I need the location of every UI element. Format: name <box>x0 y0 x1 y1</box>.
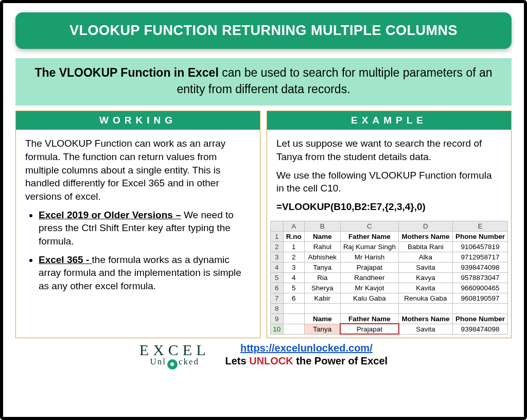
cell: Ria <box>304 272 340 283</box>
row-num: 7 <box>271 293 284 303</box>
cell: Name <box>304 231 340 241</box>
cell: 9660900465 <box>452 283 507 293</box>
intro-bold: The VLOOKUP Function in Excel <box>34 66 218 79</box>
cell: 9578873047 <box>452 272 507 283</box>
cell <box>283 324 304 334</box>
bullet-label: Excel 365 - <box>39 254 92 265</box>
table-row: 32AbhishekMr HarishAlka9712958717 <box>271 252 508 262</box>
cell <box>399 303 453 313</box>
row-num: 2 <box>271 241 284 252</box>
col-head: E <box>452 221 507 231</box>
cell <box>304 303 340 313</box>
footer-link[interactable]: https://excelunlocked.com/ <box>240 342 373 354</box>
col-head: D <box>399 221 453 231</box>
working-list: Excel 2019 or Older Versions – We need t… <box>25 208 251 293</box>
page-title: VLOOKUP FUNCTION RETURNING MULTIPLE COLU… <box>15 12 512 49</box>
cell <box>283 303 304 313</box>
cell <box>283 313 304 324</box>
cell: Kavita <box>399 283 453 293</box>
logo-bottom-pre: Unl <box>150 357 166 366</box>
cell: R.no <box>283 231 304 241</box>
working-para: The VLOOKUP Function can work as an arra… <box>25 137 251 203</box>
example-para1: Let us suppose we want to search the rec… <box>276 137 502 163</box>
table-row: 54RiaRandheerKavya9578873047 <box>271 272 508 283</box>
cell: 9712958717 <box>452 252 507 262</box>
working-body: The VLOOKUP Function can work as an arra… <box>16 130 260 303</box>
selected-cell: Prajapat <box>340 324 398 334</box>
lock-icon <box>167 359 178 370</box>
cell: 4 <box>283 272 304 283</box>
logo-bottom-post: cked <box>179 357 199 366</box>
cell <box>452 303 507 313</box>
working-panel: WORKING The VLOOKUP Function can work as… <box>15 111 260 338</box>
cell: Savita <box>399 262 453 272</box>
col-head: A <box>283 221 304 231</box>
logo-top: EXCEL <box>139 341 210 359</box>
cell: Name <box>304 313 340 324</box>
cell: Alka <box>399 252 453 262</box>
bullet-label: Excel 2019 or Older Versions – <box>39 209 181 220</box>
footer-text: https://excelunlocked.com/ Lets UNLOCK t… <box>225 342 388 367</box>
col-header-row: A B C D E <box>271 221 508 231</box>
example-heading: EXAMPLE <box>267 111 511 130</box>
cell: Babita Rani <box>399 241 453 252</box>
table-row: 21RahulRaj Kumar SinghBabita Rani9106457… <box>271 241 508 252</box>
table-row: 65SheryaMr KavjotKavita9660900465 <box>271 283 508 293</box>
col-head: B <box>304 221 340 231</box>
tagline-pre: Lets <box>225 355 250 366</box>
cell: 2 <box>283 252 304 262</box>
cell: Rahul <box>304 241 340 252</box>
example-formula: =VLOOKUP(B10,B2:E7,{2,3,4},0) <box>276 200 502 214</box>
list-item: Excel 365 - the formula works as a dynam… <box>39 253 251 293</box>
row-num: 6 <box>271 283 284 293</box>
cell: Father Name <box>340 231 398 241</box>
cell: 6 <box>283 293 304 303</box>
cell: 9608190597 <box>452 293 507 303</box>
working-heading: WORKING <box>16 111 260 130</box>
cell: Phone Number <box>452 313 507 324</box>
cell: Abhishek <box>304 252 340 262</box>
cell: Sherya <box>304 283 340 293</box>
cell: Mothers Name <box>399 313 453 324</box>
list-item: Excel 2019 or Older Versions – We need t… <box>39 208 251 248</box>
cell: Phone Number <box>452 231 507 241</box>
table-row: 1 R.no Name Father Name Mothers Name Pho… <box>271 231 508 241</box>
row-num: 4 <box>271 262 284 272</box>
row-num: 10 <box>271 324 284 334</box>
cell: Mr Kavjot <box>340 283 398 293</box>
spreadsheet: A B C D E 1 R.no Name Father Name Mother… <box>267 221 511 338</box>
table-row: 43TanyaPrajapatSavita9398474098 <box>271 262 508 272</box>
cell: Tanya <box>304 262 340 272</box>
cell: 9398474098 <box>452 262 507 272</box>
cell: Prajapat <box>340 262 398 272</box>
tagline-unlock: UNLOCK <box>249 355 293 366</box>
col-head: C <box>340 221 398 231</box>
table-row: 76KabirKalu GabaRenuka Gaba9608190597 <box>271 293 508 303</box>
cell: 9398474098 <box>452 324 507 334</box>
example-para2: We use the following VLOOKUP Function fo… <box>276 169 502 195</box>
cell: Kabir <box>304 293 340 303</box>
intro-rest: can be used to search for multiple param… <box>177 66 492 96</box>
example-panel: EXAMPLE Let us suppose we want to search… <box>267 111 512 338</box>
cell: Kavya <box>399 272 453 283</box>
corner-cell <box>271 221 284 231</box>
cell: 1 <box>283 241 304 252</box>
intro-box: The VLOOKUP Function in Excel can be use… <box>15 58 512 106</box>
cell: Kalu Gaba <box>340 293 398 303</box>
tagline-post: the Power of Excel <box>293 355 388 366</box>
row-num: 1 <box>271 231 284 241</box>
columns: WORKING The VLOOKUP Function can work as… <box>15 111 512 338</box>
cell: 5 <box>283 283 304 293</box>
cell: 9106457819 <box>452 241 507 252</box>
row-num: 5 <box>271 272 284 283</box>
row-num: 3 <box>271 252 284 262</box>
row-num: 8 <box>271 303 284 313</box>
lookup-name-cell: Tanya <box>304 324 340 334</box>
cell: Father Name <box>340 313 398 324</box>
sheet-table: A B C D E 1 R.no Name Father Name Mother… <box>270 221 508 335</box>
cell: Raj Kumar Singh <box>340 241 398 252</box>
cell: Renuka Gaba <box>399 293 453 303</box>
cell <box>340 303 398 313</box>
table-row: 9NameFather NameMothers NamePhone Number <box>271 313 508 324</box>
page-frame: VLOOKUP FUNCTION RETURNING MULTIPLE COLU… <box>0 0 527 420</box>
